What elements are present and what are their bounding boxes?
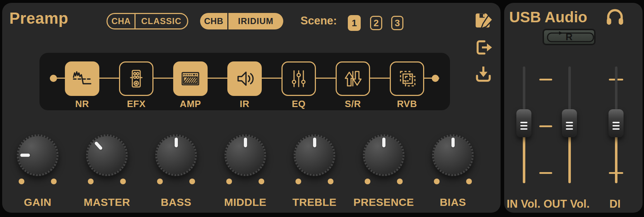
headphones-monitor-button[interactable] <box>605 6 625 26</box>
master-knob[interactable] <box>86 134 128 176</box>
bias-knob[interactable] <box>432 134 474 176</box>
chain-label: IR <box>227 98 262 110</box>
knob-indicator <box>382 138 385 147</box>
chain-label: S/R <box>336 98 370 110</box>
treble-knob[interactable] <box>294 134 335 176</box>
slider-tick <box>539 79 552 80</box>
knob-label: MIDDLE <box>209 196 281 208</box>
in-volume-slider[interactable] <box>516 66 531 183</box>
channel-a-tag: CHA <box>108 14 134 28</box>
knob-max-dot <box>466 179 472 184</box>
chain-block-rvb: RVB <box>390 61 424 110</box>
amp-icon[interactable] <box>173 61 208 96</box>
send-return-icon[interactable] <box>336 61 370 96</box>
reverb-icon[interactable] <box>390 61 424 96</box>
bias-knob-unit: BIAS <box>432 134 474 176</box>
thumb-grip-lines <box>612 122 620 131</box>
slider-thumb[interactable] <box>562 109 577 137</box>
knob-indicator <box>175 138 178 147</box>
scene-button-2[interactable]: 2 <box>370 16 382 30</box>
out-volume-label: OUT Vol. <box>542 198 591 211</box>
di-label: DI <box>596 198 634 211</box>
scene-label: Scene: <box>300 14 337 27</box>
knob-min-dot <box>19 179 24 184</box>
slider-thumb[interactable] <box>516 109 531 137</box>
chain-output-dot <box>432 75 439 82</box>
di-slider[interactable] <box>609 66 624 183</box>
chain-input-dot <box>50 75 57 82</box>
chain-label: NR <box>65 98 99 110</box>
knob-max-dot <box>120 179 126 184</box>
thumb-grip-lines <box>566 122 573 131</box>
middle-knob[interactable] <box>224 134 266 176</box>
chain-block-nr: NR <box>65 61 99 110</box>
speaker-icon[interactable] <box>227 61 262 96</box>
thumb-grip-lines <box>520 122 527 131</box>
middle-knob-unit: MIDDLE <box>224 134 266 176</box>
record-indicator-label: R <box>565 32 573 43</box>
chain-label: RVB <box>390 98 424 110</box>
eq-sliders-icon[interactable] <box>281 61 316 96</box>
save-preset-button[interactable] <box>473 11 492 30</box>
chain-block-eq: EQ <box>281 61 316 110</box>
slider-tick <box>539 172 552 174</box>
channel-b-name: IRIDIUM <box>228 13 284 29</box>
bass-knob[interactable] <box>155 134 197 176</box>
noise-gate-icon[interactable] <box>65 61 99 96</box>
download-tray-icon <box>474 79 492 84</box>
import-preset-button[interactable] <box>474 65 492 83</box>
pedal-icon[interactable] <box>119 61 153 96</box>
chain-block-efx: EFX <box>119 61 153 110</box>
knob-indicator <box>20 154 30 157</box>
knob-label: BIAS <box>417 196 489 208</box>
slider-thumb[interactable] <box>609 109 624 137</box>
knob-min-dot <box>88 179 94 184</box>
channel-b-tag: CHB <box>200 13 227 29</box>
knob-indicator <box>451 138 455 147</box>
headphones-icon <box>605 22 625 27</box>
bass-knob-unit: BASS <box>155 134 197 176</box>
usb-audio-title: USB Audio <box>509 9 587 26</box>
presence-knob[interactable] <box>363 134 404 176</box>
in-volume-label: IN Vol. <box>501 198 546 211</box>
knob-max-dot <box>189 179 195 184</box>
chain-block-amp: AMP <box>173 61 208 110</box>
amp-plugin-window: { "colors": { "gold": "#DCB06A", "page-b… <box>0 0 644 217</box>
floppy-pencil-icon <box>473 26 492 31</box>
knob-max-dot <box>51 179 57 184</box>
knob-min-dot <box>157 179 163 184</box>
knob-label: TREBLE <box>279 196 350 208</box>
knob-indicator <box>313 138 316 147</box>
channel-b-button[interactable]: CHB IRIDIUM <box>200 13 283 29</box>
record-indicator[interactable]: R <box>543 29 596 45</box>
knob-max-dot <box>328 179 333 184</box>
channel-a-name: CLASSIC <box>136 14 187 28</box>
knob-label: PRESENCE <box>348 196 420 208</box>
knob-min-dot <box>365 179 370 184</box>
chain-label: EFX <box>119 98 153 110</box>
scene-button-1[interactable]: 1 <box>348 15 361 31</box>
knob-face <box>88 136 126 174</box>
out-volume-slider[interactable] <box>562 66 577 183</box>
lcd-screen: R <box>544 30 595 44</box>
scene-button-3[interactable]: 3 <box>391 16 403 30</box>
knob-label: MASTER <box>71 196 143 208</box>
knob-label: BASS <box>140 196 212 208</box>
knob-min-dot <box>295 179 301 184</box>
preamp-title: Preamp <box>9 9 68 27</box>
knob-max-dot <box>397 179 403 184</box>
knob-label: GAIN <box>2 196 74 208</box>
export-preset-button[interactable] <box>474 39 492 56</box>
chain-block-ir: IR <box>227 61 262 110</box>
presence-knob-unit: PRESENCE <box>363 134 404 176</box>
gain-knob[interactable] <box>17 134 58 176</box>
knob-min-dot <box>434 179 440 184</box>
chain-label: EQ <box>281 98 316 110</box>
channel-a-button[interactable]: CHA CLASSIC <box>106 13 188 29</box>
chain-label: AMP <box>173 98 208 110</box>
knob-indicator <box>244 138 247 147</box>
master-knob-unit: MASTER <box>86 134 128 176</box>
treble-knob-unit: TREBLE <box>294 134 335 176</box>
chain-block-sr: S/R <box>336 61 370 110</box>
export-icon <box>474 52 492 57</box>
